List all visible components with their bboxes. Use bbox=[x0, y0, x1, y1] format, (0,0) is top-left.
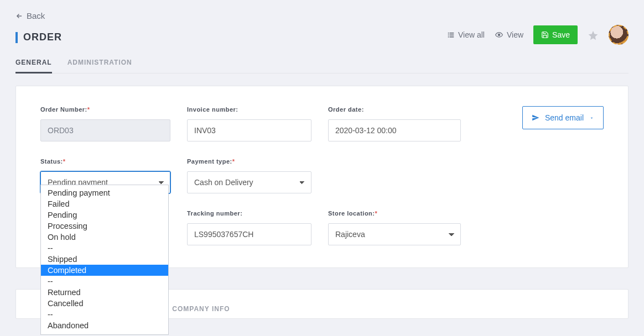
send-email-wrap: Send email bbox=[477, 106, 604, 129]
list-icon bbox=[447, 31, 455, 39]
store-location-select[interactable]: Rajiceva bbox=[328, 223, 461, 245]
label-payment-type: Payment type:* bbox=[187, 158, 311, 165]
back-link[interactable]: Back bbox=[15, 11, 629, 20]
page-title: ORDER bbox=[23, 32, 62, 43]
label-store-location: Store location:* bbox=[328, 210, 461, 217]
status-option[interactable]: On hold bbox=[41, 232, 168, 243]
status-dropdown-list: Pending paymentFailedPendingProcessingOn… bbox=[40, 185, 169, 335]
tab-administration[interactable]: ADMINISTRATION bbox=[67, 53, 132, 73]
order-form-card: Order Number:* Invoice number: Order dat… bbox=[15, 86, 629, 268]
eye-icon bbox=[495, 31, 503, 39]
svg-rect-0 bbox=[448, 33, 449, 34]
status-option[interactable]: -- bbox=[41, 309, 168, 320]
save-icon bbox=[541, 31, 549, 39]
status-option[interactable]: Returned bbox=[41, 287, 168, 298]
field-order-date: Order date: bbox=[328, 106, 461, 141]
store-location-value: Rajiceva bbox=[335, 230, 365, 239]
favorite-star-icon[interactable] bbox=[588, 29, 599, 40]
subtab-company[interactable]: COMPANY INFO bbox=[172, 305, 230, 318]
label-status: Status:* bbox=[40, 158, 170, 165]
back-label: Back bbox=[27, 11, 45, 20]
field-store-location: Store location:* Rajiceva bbox=[328, 210, 461, 245]
label-tracking-number: Tracking number: bbox=[187, 210, 311, 217]
view-all-link[interactable]: View all bbox=[447, 30, 485, 39]
tab-general[interactable]: GENERAL bbox=[15, 53, 52, 73]
label-invoice-number: Invoice number: bbox=[187, 106, 311, 113]
label-order-number: Order Number:* bbox=[40, 106, 170, 113]
view-all-label: View all bbox=[458, 30, 485, 39]
status-option[interactable]: Pending bbox=[41, 209, 168, 221]
view-link[interactable]: View bbox=[495, 30, 523, 39]
main-tabs: GENERAL ADMINISTRATION bbox=[15, 53, 629, 74]
save-button[interactable]: Save bbox=[533, 25, 578, 44]
tracking-number-input[interactable] bbox=[187, 223, 311, 245]
send-email-button[interactable]: Send email bbox=[522, 106, 604, 129]
caret-down-icon bbox=[589, 116, 594, 120]
view-label: View bbox=[507, 30, 523, 39]
status-option[interactable]: -- bbox=[41, 276, 168, 287]
field-tracking-number: Tracking number: bbox=[187, 210, 311, 245]
order-number-input[interactable] bbox=[40, 119, 170, 141]
payment-type-value: Cash on Delivery bbox=[194, 178, 253, 187]
svg-rect-5 bbox=[450, 36, 454, 38]
save-label: Save bbox=[552, 30, 570, 39]
status-option[interactable]: Abandoned bbox=[41, 320, 168, 334]
title-accent bbox=[15, 32, 18, 43]
svg-rect-4 bbox=[450, 34, 454, 35]
send-email-label: Send email bbox=[545, 113, 584, 122]
status-option[interactable]: Failed bbox=[41, 198, 168, 209]
field-payment-type: Payment type:* Cash on Delivery bbox=[187, 158, 311, 193]
order-date-input[interactable] bbox=[328, 119, 461, 141]
invoice-number-input[interactable] bbox=[187, 119, 311, 141]
svg-point-6 bbox=[498, 34, 500, 36]
field-invoice-number: Invoice number: bbox=[187, 106, 311, 141]
status-option[interactable]: Cancelled bbox=[41, 298, 168, 309]
paper-plane-icon bbox=[532, 114, 539, 122]
svg-rect-3 bbox=[450, 33, 454, 34]
status-option[interactable]: -- bbox=[41, 243, 168, 254]
payment-type-select[interactable]: Cash on Delivery bbox=[187, 171, 311, 193]
status-option[interactable]: Processing bbox=[41, 221, 168, 232]
svg-rect-2 bbox=[448, 36, 449, 38]
status-option[interactable]: Shipped bbox=[41, 254, 168, 265]
svg-rect-1 bbox=[448, 34, 449, 35]
status-option[interactable]: Completed bbox=[41, 265, 168, 276]
label-order-date: Order date: bbox=[328, 106, 461, 113]
status-option[interactable]: Pending payment bbox=[41, 185, 168, 198]
arrow-left-icon bbox=[15, 12, 23, 20]
field-order-number: Order Number:* bbox=[40, 106, 170, 141]
avatar[interactable] bbox=[609, 25, 629, 45]
